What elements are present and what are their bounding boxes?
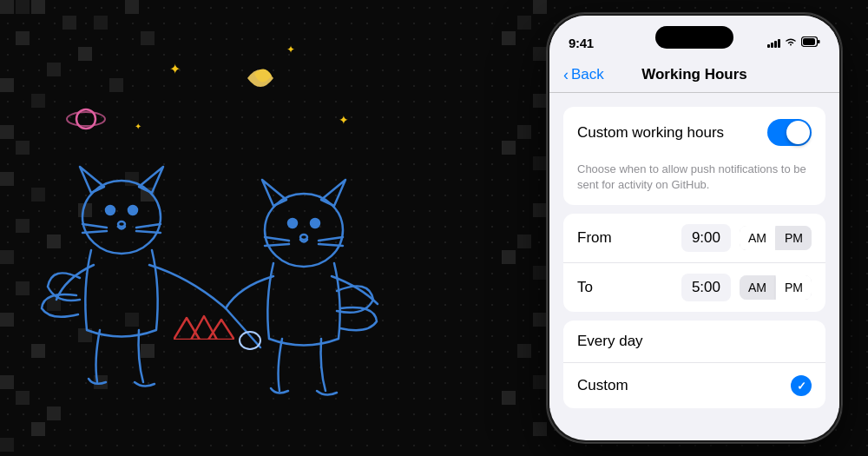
from-label: From (577, 229, 621, 247)
back-button[interactable]: ‹ Back (563, 66, 604, 84)
svg-marker-6 (80, 167, 104, 193)
to-am-button[interactable]: AM (740, 275, 775, 300)
every-day-row[interactable]: Every day (563, 321, 825, 363)
back-chevron-icon: ‹ (563, 66, 569, 84)
artwork-area: ✦ ✦ ✦ ✦ (0, 0, 417, 456)
status-icons (767, 36, 820, 49)
to-pm-button[interactable]: PM (776, 275, 812, 300)
nav-bar: ‹ Back Working Hours (549, 59, 839, 93)
every-day-label: Every day (577, 333, 812, 350)
toggle-card: Custom working hours Choose when to allo… (563, 107, 825, 205)
status-time: 9:41 (569, 36, 594, 50)
to-row: To 5:00 AM PM (563, 263, 825, 312)
svg-point-14 (118, 221, 125, 227)
back-label: Back (571, 66, 604, 83)
toggle-label: Custom working hours (577, 124, 724, 142)
from-row: From 9:00 AM PM (563, 214, 825, 263)
toggle-thumb (786, 121, 810, 144)
from-am-button[interactable]: AM (740, 226, 775, 250)
toggle-description: Choose when to allow push notifications … (563, 158, 825, 205)
custom-row[interactable]: Custom ✓ (563, 363, 825, 408)
phone-device: 9:41 (547, 13, 842, 443)
to-label: To (577, 279, 621, 296)
from-pm-button[interactable]: PM (776, 226, 812, 250)
svg-line-22 (319, 237, 343, 241)
status-bar: 9:41 (549, 16, 839, 59)
time-card: From 9:00 AM PM To 5:00 (563, 214, 825, 312)
toggle-switch[interactable] (767, 119, 812, 146)
custom-checkmark: ✓ (791, 375, 812, 396)
phone-shell: 9:41 (547, 13, 842, 443)
battery-icon (801, 36, 820, 49)
signal-icon (767, 37, 780, 48)
schedule-card: Every day Custom ✓ (563, 321, 825, 408)
svg-line-25 (226, 308, 260, 347)
svg-marker-17 (321, 180, 345, 206)
svg-point-18 (288, 219, 297, 228)
svg-rect-28 (803, 38, 815, 45)
svg-line-12 (136, 224, 161, 228)
svg-point-19 (311, 219, 319, 228)
svg-point-9 (128, 206, 137, 215)
svg-marker-16 (262, 180, 286, 206)
to-am-pm-group: AM PM (740, 275, 812, 300)
phone-screen: 9:41 (549, 16, 839, 440)
to-time-value[interactable]: 5:00 (681, 274, 731, 301)
nav-title: Working Hours (641, 66, 747, 83)
from-am-pm-group: AM PM (740, 226, 812, 250)
dynamic-island (655, 26, 733, 49)
svg-point-24 (300, 235, 307, 240)
from-time-value[interactable]: 9:00 (681, 224, 731, 252)
svg-point-8 (106, 206, 115, 215)
content-area: Custom working hours Choose when to allo… (549, 93, 839, 408)
svg-line-10 (82, 224, 107, 228)
sparkle-1: ✦ (169, 61, 181, 77)
svg-line-20 (265, 237, 289, 241)
wifi-icon (785, 36, 797, 49)
toggle-row: Custom working hours (563, 107, 825, 158)
svg-rect-29 (818, 40, 820, 43)
svg-marker-7 (139, 167, 163, 193)
custom-label: Custom (577, 377, 791, 394)
